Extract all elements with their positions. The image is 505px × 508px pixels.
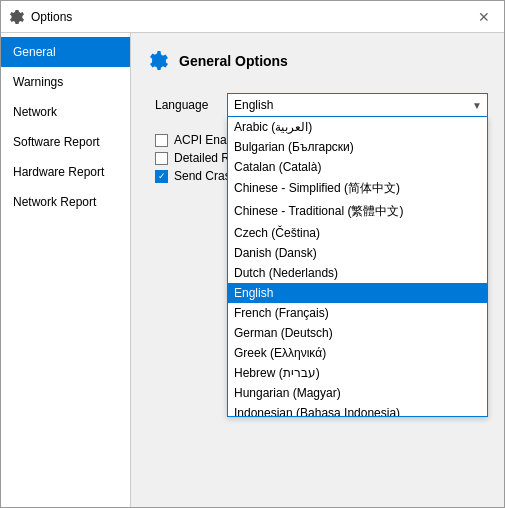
dropdown-item[interactable]: Bulgarian (Български) (228, 137, 487, 157)
dropdown-item[interactable]: Chinese - Simplified (简体中文) (228, 177, 487, 200)
language-label: Language (155, 98, 215, 112)
dropdown-item[interactable]: German (Deutsch) (228, 323, 487, 343)
dropdown-item[interactable]: Indonesian (Bahasa Indonesia) (228, 403, 487, 417)
checkbox-acpi[interactable] (155, 134, 168, 147)
dropdown-item[interactable]: Greek (Ελληνικά) (228, 343, 487, 363)
sidebar-item-hardware-report[interactable]: Hardware Report (1, 157, 130, 187)
gear-icon (147, 49, 171, 73)
checkbox-detailed[interactable] (155, 152, 168, 165)
dropdown-item[interactable]: Hungarian (Magyar) (228, 383, 487, 403)
content-area: GeneralWarningsNetworkSoftware ReportHar… (1, 33, 504, 507)
dropdown-item[interactable]: English (228, 283, 487, 303)
section-header: General Options (147, 49, 488, 73)
main-panel: General Options Language English ▼ Arabi… (131, 33, 504, 507)
dropdown-item[interactable]: Dutch (Nederlands) (228, 263, 487, 283)
sidebar-item-network-report[interactable]: Network Report (1, 187, 130, 217)
dropdown-item[interactable]: Catalan (Català) (228, 157, 487, 177)
dropdown-item[interactable]: Chinese - Traditional (繁體中文) (228, 200, 487, 223)
window-title: Options (31, 10, 72, 24)
language-select[interactable]: English (227, 93, 488, 117)
dropdown-item[interactable]: Hebrew (עברית) (228, 363, 487, 383)
close-button[interactable]: ✕ (472, 5, 496, 29)
options-body: Language English ▼ Arabic (العربية)Bulga… (147, 93, 488, 183)
sidebar-item-warnings[interactable]: Warnings (1, 67, 130, 97)
title-bar-left: Options (9, 9, 72, 25)
window-icon (9, 9, 25, 25)
language-select-wrapper[interactable]: English ▼ Arabic (العربية)Bulgarian (Бъл… (227, 93, 488, 117)
sidebar: GeneralWarningsNetworkSoftware ReportHar… (1, 33, 131, 507)
sidebar-item-network[interactable]: Network (1, 97, 130, 127)
sidebar-item-general[interactable]: General (1, 37, 130, 67)
options-window: Options ✕ GeneralWarningsNetworkSoftware… (0, 0, 505, 508)
selected-language-text: English (234, 98, 273, 112)
title-bar: Options ✕ (1, 1, 504, 33)
dropdown-item[interactable]: Danish (Dansk) (228, 243, 487, 263)
dropdown-item[interactable]: Arabic (العربية) (228, 117, 487, 137)
language-dropdown-list[interactable]: Arabic (العربية)Bulgarian (Български)Cat… (227, 117, 488, 417)
section-title: General Options (179, 53, 288, 69)
dropdown-item[interactable]: Czech (Čeština) (228, 223, 487, 243)
language-row: Language English ▼ Arabic (العربية)Bulga… (155, 93, 488, 117)
dropdown-item[interactable]: French (Français) (228, 303, 487, 323)
sidebar-item-software-report[interactable]: Software Report (1, 127, 130, 157)
checkbox-crash[interactable] (155, 170, 168, 183)
